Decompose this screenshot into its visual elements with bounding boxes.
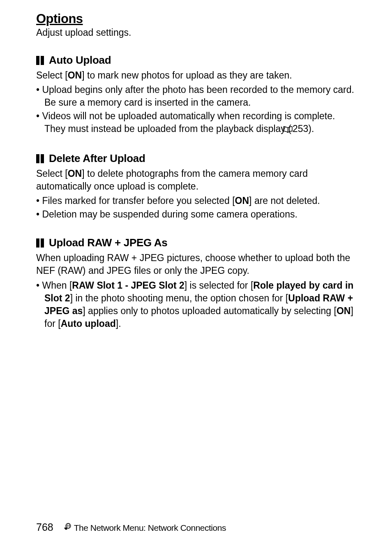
footer-title-text: The Network Menu: Network Connections bbox=[74, 523, 226, 533]
intro-text: Select [ bbox=[36, 70, 68, 81]
bullet-list: When [RAW Slot 1 - JPEG Slot 2] is selec… bbox=[36, 279, 356, 330]
list-item: Deletion may be suspended during some ca… bbox=[36, 208, 356, 221]
page-footer: 768 The Network Menu: Network Connection… bbox=[36, 521, 226, 533]
list-item: When [RAW Slot 1 - JPEG Slot 2] is selec… bbox=[36, 279, 356, 330]
section-auto-upload: Auto Upload Select [ON] to mark new phot… bbox=[36, 54, 356, 137]
bullet-text: ] are not deleted. bbox=[249, 195, 320, 206]
section-heading: Delete After Upload bbox=[36, 152, 356, 165]
section-title: Auto Upload bbox=[49, 54, 111, 67]
intro-text: Select [ bbox=[36, 168, 68, 179]
intro-text: ] to mark new photos for upload as they … bbox=[82, 70, 292, 81]
bullet-text: Files marked for transfer before you sel… bbox=[42, 195, 235, 206]
section-title: Upload RAW + JPEG As bbox=[49, 236, 167, 249]
section-intro: Select [ON] to delete photographs from t… bbox=[36, 167, 356, 193]
section-intro: When uploading RAW + JPEG pictures, choo… bbox=[36, 252, 356, 277]
page-subtitle: Adjust upload settings. bbox=[36, 27, 356, 38]
intro-bold: ON bbox=[68, 168, 82, 179]
footer-breadcrumb: The Network Menu: Network Connections bbox=[63, 523, 226, 533]
bullet-list: Files marked for transfer before you sel… bbox=[36, 194, 356, 221]
double-bar-icon bbox=[36, 154, 44, 163]
bullet-text: ] is selected for [ bbox=[184, 280, 253, 291]
section-delete-after-upload: Delete After Upload Select [ON] to delet… bbox=[36, 152, 356, 221]
section-heading: Auto Upload bbox=[36, 54, 356, 67]
bullet-text: ). bbox=[308, 123, 314, 134]
double-bar-icon bbox=[36, 238, 44, 248]
bullet-list: Upload begins only after the photo has b… bbox=[36, 83, 356, 137]
intro-bold: ON bbox=[68, 70, 82, 81]
bullet-text: ]. bbox=[116, 318, 121, 329]
bullet-text: ] in the photo shooting menu, the option… bbox=[70, 293, 288, 303]
page-number: 768 bbox=[36, 521, 53, 533]
page-title: Options bbox=[36, 12, 356, 26]
bullet-bold: ON bbox=[235, 195, 249, 206]
bullet-text: ] applies only to photos uploaded automa… bbox=[83, 305, 337, 316]
section-upload-raw-jpeg: Upload RAW + JPEG As When uploading RAW … bbox=[36, 236, 356, 330]
list-item: Videos will not be uploaded automaticall… bbox=[36, 110, 356, 137]
page-ref: 253 bbox=[293, 123, 308, 134]
bullet-text: When [ bbox=[42, 280, 72, 291]
section-heading: Upload RAW + JPEG As bbox=[36, 236, 356, 249]
list-item: Files marked for transfer before you sel… bbox=[36, 194, 356, 207]
section-title: Delete After Upload bbox=[49, 152, 145, 165]
list-item: Upload begins only after the photo has b… bbox=[36, 83, 356, 109]
section-intro: Select [ON] to mark new photos for uploa… bbox=[36, 69, 356, 82]
bullet-bold: ON bbox=[337, 305, 351, 316]
bullet-bold: Auto upload bbox=[61, 318, 116, 329]
double-bar-icon bbox=[36, 56, 44, 65]
bullet-bold: RAW Slot 1 - JPEG Slot 2 bbox=[72, 280, 184, 291]
globe-hand-icon bbox=[63, 523, 71, 533]
